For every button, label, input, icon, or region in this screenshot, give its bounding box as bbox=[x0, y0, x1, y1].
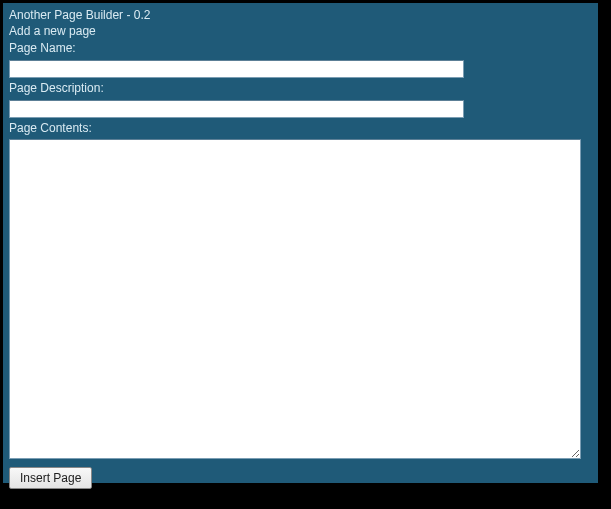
page-name-label: Page Name: bbox=[9, 41, 592, 55]
main-panel: Another Page Builder - 0.2 Add a new pag… bbox=[3, 3, 598, 483]
insert-page-button[interactable]: Insert Page bbox=[9, 467, 92, 489]
page-contents-input[interactable] bbox=[9, 139, 581, 459]
page-description-label: Page Description: bbox=[9, 81, 592, 95]
app-title: Another Page Builder - 0.2 bbox=[9, 8, 592, 24]
page-contents-label: Page Contents: bbox=[9, 121, 592, 135]
page-name-input[interactable] bbox=[9, 60, 464, 78]
page-description-input[interactable] bbox=[9, 100, 464, 118]
page-subtitle: Add a new page bbox=[9, 24, 592, 40]
